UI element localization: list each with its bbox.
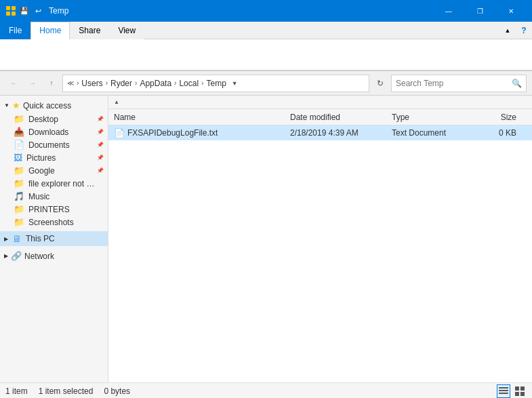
sidebar-item-network[interactable]: ▶ 🔗 Network xyxy=(0,249,108,263)
folder-icon-file-explorer: 📁 xyxy=(14,178,24,188)
file-type: Text Document xyxy=(392,128,446,138)
sidebar-quick-access[interactable]: ▼ ★ Quick access xyxy=(0,98,108,113)
quick-access-label: Quick access xyxy=(23,101,71,111)
breadcrumb-sep0: › xyxy=(77,79,79,87)
breadcrumb-sep2: › xyxy=(135,79,137,87)
network-label: Network xyxy=(24,252,54,261)
breadcrumb[interactable]: ≪ › Users › Ryder › AppData › Local › Te… xyxy=(62,75,369,92)
svg-rect-1 xyxy=(12,6,16,10)
google-label: Google xyxy=(28,166,55,176)
sidebar-item-google[interactable]: 📁 Google 📌 xyxy=(0,164,108,177)
svg-rect-6 xyxy=(499,393,508,394)
sidebar-item-documents[interactable]: 📄 Documents 📌 xyxy=(0,138,108,151)
screenshots-label: Screenshots xyxy=(28,218,74,227)
close-button[interactable]: ✕ xyxy=(495,0,527,22)
help-button[interactable]: ? xyxy=(516,22,532,39)
tab-file[interactable]: File xyxy=(0,22,30,39)
sidebar-item-screenshots[interactable]: 📁 Screenshots xyxy=(0,216,108,228)
col-header-type[interactable]: Type xyxy=(386,113,468,122)
file-explorer-label: file explorer not resp xyxy=(28,179,96,188)
pin-icon-desktop: 📌 xyxy=(97,116,104,122)
col-header-name[interactable]: Name xyxy=(108,113,285,122)
printers-label: PRINTERS xyxy=(28,205,70,214)
breadcrumb-start: ≪ xyxy=(67,79,74,87)
sidebar-item-this-pc[interactable]: ▶ 🖥 This PC xyxy=(0,231,108,246)
file-date-cell: 2/18/2019 4:39 AM xyxy=(285,128,386,138)
up-button[interactable]: ↑ xyxy=(43,75,60,92)
breadcrumb-users[interactable]: Users xyxy=(81,79,102,88)
svg-rect-10 xyxy=(520,392,525,396)
music-label: Music xyxy=(28,192,49,201)
title-bar-icons: 💾 ↩ xyxy=(5,5,43,16)
tab-share[interactable]: Share xyxy=(70,22,109,39)
restore-button[interactable]: ❐ xyxy=(464,0,495,22)
forward-button[interactable]: → xyxy=(24,75,41,92)
svg-rect-7 xyxy=(515,386,519,391)
folder-icon-google: 📁 xyxy=(14,165,24,176)
status-bar: 1 item 1 item selected 0 bytes xyxy=(0,382,532,398)
table-row[interactable]: 📄 FXSAPIDebugLogFile.txt 2/18/2019 4:39 … xyxy=(108,125,532,140)
file-size-cell: 0 KB xyxy=(468,128,522,138)
sidebar-item-music[interactable]: 🎵 Music xyxy=(0,190,108,203)
breadcrumb-sep3: › xyxy=(174,79,176,87)
pin-icon-documents: 📌 xyxy=(97,142,104,148)
tab-home[interactable]: Home xyxy=(30,22,70,39)
folder-icon-pictures: 🖼 xyxy=(14,153,22,163)
network-icon: 🔗 xyxy=(11,251,22,261)
large-icons-view-button[interactable] xyxy=(513,384,527,398)
minimize-button[interactable]: — xyxy=(433,0,464,22)
breadcrumb-temp[interactable]: Temp xyxy=(206,79,226,88)
svg-rect-4 xyxy=(499,387,508,389)
file-date: 2/18/2019 4:39 AM xyxy=(290,128,359,138)
status-selected: 1 item selected xyxy=(39,386,94,396)
pin-icon-pictures: 📌 xyxy=(97,155,104,161)
window-title: Temp xyxy=(49,6,433,16)
sidebar-item-downloads[interactable]: 📥 Downloads 📌 xyxy=(0,125,108,138)
search-input[interactable] xyxy=(396,79,512,88)
file-name-cell: 📄 FXSAPIDebugLogFile.txt xyxy=(108,128,285,138)
breadcrumb-local[interactable]: Local xyxy=(179,79,199,88)
breadcrumb-dropdown[interactable]: ▼ xyxy=(232,80,238,87)
svg-rect-0 xyxy=(6,6,10,10)
ribbon-tabs: File Home Share View ▲ ? xyxy=(0,22,532,39)
save-icon: 💾 xyxy=(19,5,30,16)
app-icon xyxy=(5,5,16,16)
tab-view[interactable]: View xyxy=(109,22,144,39)
breadcrumb-sep4: › xyxy=(201,79,203,87)
music-icon: 🎵 xyxy=(14,191,24,201)
this-pc-chevron: ▶ xyxy=(4,236,8,242)
pictures-label: Pictures xyxy=(26,153,56,163)
breadcrumb-appdata[interactable]: AppData xyxy=(140,79,171,88)
sidebar-item-printers[interactable]: 📁 PRINTERS xyxy=(0,203,108,216)
sidebar-item-file-explorer[interactable]: 📁 file explorer not resp xyxy=(0,177,108,190)
file-list: ▲ Name Date modified Type Size 📄 FXSAPID… xyxy=(108,96,532,382)
svg-rect-3 xyxy=(12,12,16,16)
ribbon: File Home Share View ▲ ? xyxy=(0,22,532,71)
file-icon: 📄 xyxy=(114,128,125,138)
sidebar-item-desktop[interactable]: 📁 Desktop 📌 xyxy=(0,113,108,125)
file-size: 0 KB xyxy=(499,128,516,138)
folder-icon-printers: 📁 xyxy=(14,204,24,214)
col-header-date[interactable]: Date modified xyxy=(285,113,386,122)
view-controls xyxy=(497,384,527,398)
ribbon-collapse-button[interactable]: ▲ xyxy=(499,22,516,39)
col-header-size[interactable]: Size xyxy=(468,113,522,122)
address-bar: ← → ↑ ≪ › Users › Ryder › AppData › Loca… xyxy=(0,71,532,96)
title-bar: 💾 ↩ Temp — ❐ ✕ xyxy=(0,0,532,22)
window-controls: — ❐ ✕ xyxy=(433,0,527,22)
sidebar: ▼ ★ Quick access 📁 Desktop 📌 📥 Downloads… xyxy=(0,96,108,382)
pin-icon-downloads: 📌 xyxy=(97,129,104,135)
back-button[interactable]: ← xyxy=(5,75,22,92)
refresh-button[interactable]: ↻ xyxy=(372,75,388,92)
ribbon-content xyxy=(0,39,532,71)
status-item-count: 1 item xyxy=(5,386,28,396)
search-box[interactable]: 🔍 xyxy=(391,75,527,92)
sidebar-item-pictures[interactable]: 🖼 Pictures 📌 xyxy=(0,151,108,164)
sort-bar: ▲ xyxy=(108,96,532,109)
breadcrumb-ryder[interactable]: Ryder xyxy=(110,79,132,88)
file-type-cell: Text Document xyxy=(386,128,468,138)
folder-icon-downloads: 📥 xyxy=(14,127,24,137)
folder-icon-desktop: 📁 xyxy=(14,114,24,124)
details-view-button[interactable] xyxy=(497,384,510,398)
search-icon: 🔍 xyxy=(512,79,522,88)
